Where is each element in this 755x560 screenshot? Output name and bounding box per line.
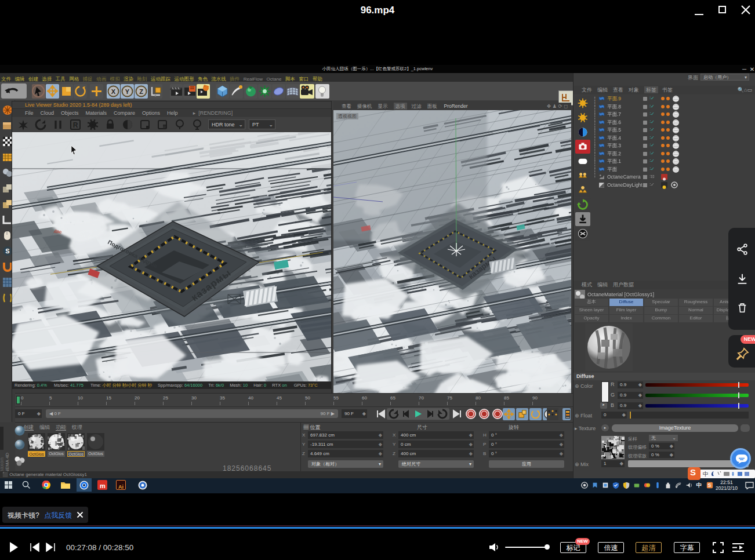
svg-text:中: 中 <box>703 471 709 477</box>
svg-text:中: 中 <box>696 482 702 488</box>
svg-text:R: R <box>73 121 78 129</box>
svg-text:Y: Y <box>125 88 130 95</box>
svg-text:S: S <box>5 248 9 254</box>
svg-text:Z: Z <box>139 88 143 95</box>
svg-text:X: X <box>111 88 116 95</box>
